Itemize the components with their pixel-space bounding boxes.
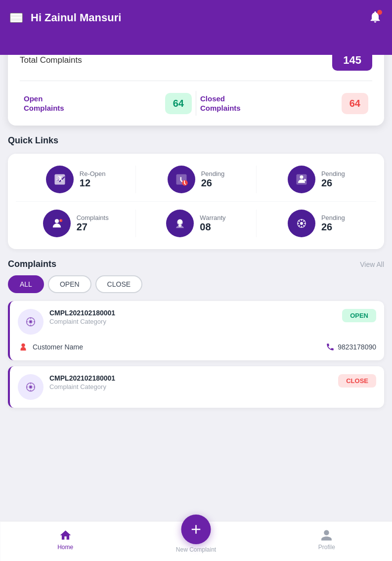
svg-point-8 [300, 222, 303, 225]
svg-rect-0 [56, 179, 59, 180]
complaint-avatar-2 [18, 374, 44, 400]
svg-text:!: ! [60, 219, 60, 222]
quick-link-pending-clock[interactable]: Pending 26 [136, 166, 256, 193]
complaints-person-icon-circle: ! [43, 210, 71, 237]
complaint-avatar-icon-2 [22, 378, 40, 396]
warranty-icon [173, 216, 187, 230]
header: Hi Zainul Mansuri [0, 0, 392, 55]
pending-user-value: 26 [321, 177, 345, 189]
complaint-id-2: CMPL202102180001 [49, 374, 115, 382]
status-badge-2: CLOSE [338, 374, 376, 388]
complaint-card-2[interactable]: CMPL202102180001 Complaint Category CLOS… [8, 366, 384, 408]
open-complaints-value: 64 [165, 93, 192, 114]
notification-dot [377, 10, 382, 15]
complaint-avatar-1 [18, 309, 44, 335]
nav-new-complaint[interactable]: New Complaint [131, 526, 261, 553]
warranty-value: 08 [200, 221, 225, 233]
pending-clock-label: Pending [201, 170, 225, 177]
complaint-id-1: CMPL202102180001 [49, 309, 115, 317]
svg-point-20 [30, 321, 32, 323]
quick-link-complaints-person[interactable]: ! Complaints 27 [16, 210, 136, 237]
pending-wheel-icon-circle [288, 210, 315, 237]
filter-tabs: ALL OPEN CLOSE [8, 275, 384, 293]
warranty-label: Warranty [200, 214, 225, 221]
svg-point-25 [21, 344, 25, 347]
quick-links-row-2: ! Complaints 27 [16, 206, 376, 241]
customer-person-icon-1 [18, 342, 29, 352]
complaints-person-label: Complaints [77, 214, 109, 221]
pending-user-label: Pending [321, 170, 345, 177]
nav-profile[interactable]: Profile [261, 529, 392, 551]
reopen-icon [53, 173, 67, 186]
phone-info-1: 9823178090 [326, 343, 376, 351]
tab-close[interactable]: CLOSE [95, 275, 142, 293]
closed-complaints-stat: Closed Complaints 64 [196, 93, 372, 114]
pending-wheel-info: Pending 26 [321, 214, 345, 233]
complaint-card-2-left: CMPL202102180001 Complaint Category [18, 374, 115, 400]
pending-user-icon [295, 173, 308, 186]
complaint-info-2: CMPL202102180001 Complaint Category [49, 374, 115, 390]
quick-link-reopen[interactable]: Re-Open 12 [16, 166, 136, 193]
pending-clock-icon [174, 173, 188, 186]
status-badge-1: OPEN [342, 309, 376, 322]
warranty-info: Warranty 08 [200, 214, 225, 233]
svg-line-13 [299, 220, 300, 221]
nav-home[interactable]: Home [0, 529, 131, 551]
complaint-card-1-left: CMPL202102180001 Complaint Category [18, 309, 115, 335]
complaints-person-icon: ! [50, 216, 64, 230]
reopen-label: Re-Open [80, 170, 106, 177]
complaint-info-1: CMPL202102180001 Complaint Category [49, 309, 115, 325]
notification-button[interactable] [368, 10, 382, 25]
pending-clock-icon-circle [168, 166, 195, 193]
phone-number-1: 9823178090 [338, 343, 376, 351]
complaints-stats-row: Open Complaints 64 Closed Complaints 64 [20, 91, 372, 116]
profile-icon [320, 529, 333, 542]
complaint-card-1[interactable]: CMPL202102180001 Complaint Category OPEN… [8, 301, 384, 360]
reopen-icon-circle [46, 166, 74, 193]
pending-clock-value: 26 [201, 177, 225, 189]
hamburger-menu[interactable] [10, 13, 23, 23]
svg-point-2 [300, 175, 303, 179]
complaint-avatar-icon-1 [22, 313, 40, 331]
complaints-section: Complaints View All ALL OPEN CLOSE [0, 259, 392, 424]
quick-links-title: Quick Links [8, 135, 384, 146]
quick-link-pending-user[interactable]: Pending 26 [257, 166, 376, 193]
content-area: Total Complaints 145 Open Complaints 64 … [0, 40, 392, 468]
customer-info-1: Customer Name [18, 342, 83, 352]
svg-line-14 [304, 225, 305, 226]
reopen-value: 12 [80, 177, 106, 189]
stats-divider [20, 81, 372, 81]
quick-links-section: Quick Links Re-Open 12 [0, 135, 392, 259]
svg-line-16 [299, 225, 300, 226]
complaint-card-2-top: CMPL202102180001 Complaint Category CLOS… [18, 374, 376, 400]
closed-complaints-label: Closed Complaints [200, 94, 241, 113]
pending-clock-info: Pending 26 [201, 170, 225, 189]
tab-open[interactable]: OPEN [48, 275, 91, 293]
tab-all[interactable]: ALL [8, 275, 44, 293]
pending-user-icon-circle [288, 166, 315, 193]
complaint-card-1-bottom: Customer Name 9823178090 [18, 340, 376, 352]
complaints-header: Complaints View All [8, 259, 384, 269]
pending-wheel-label: Pending [321, 214, 345, 221]
quick-links-grid: Re-Open 12 Pending [8, 154, 384, 249]
complaint-category-1: Complaint Category [49, 318, 115, 325]
warranty-icon-circle [166, 210, 194, 237]
complaints-person-info: Complaints 27 [77, 214, 109, 233]
phone-icon-1 [326, 343, 335, 351]
complaints-person-value: 27 [77, 221, 109, 233]
view-all-button[interactable]: View All [360, 260, 384, 268]
svg-point-3 [55, 219, 59, 223]
open-complaints-stat: Open Complaints 64 [20, 93, 196, 114]
pending-wheel-icon [295, 216, 308, 230]
home-label: Home [57, 544, 73, 551]
quick-link-warranty[interactable]: Warranty 08 [136, 210, 256, 237]
complaints-section-title: Complaints [8, 259, 56, 269]
new-complaint-label: New Complaint [176, 546, 216, 553]
plus-icon [188, 522, 203, 537]
pending-user-info: Pending 26 [321, 170, 345, 189]
complaint-card-1-top: CMPL202102180001 Complaint Category OPEN [18, 309, 376, 335]
new-complaint-fab[interactable] [181, 515, 211, 544]
quick-link-pending-wheel[interactable]: Pending 26 [257, 210, 376, 237]
header-left: Hi Zainul Mansuri [10, 11, 121, 24]
pending-wheel-value: 26 [321, 221, 345, 233]
